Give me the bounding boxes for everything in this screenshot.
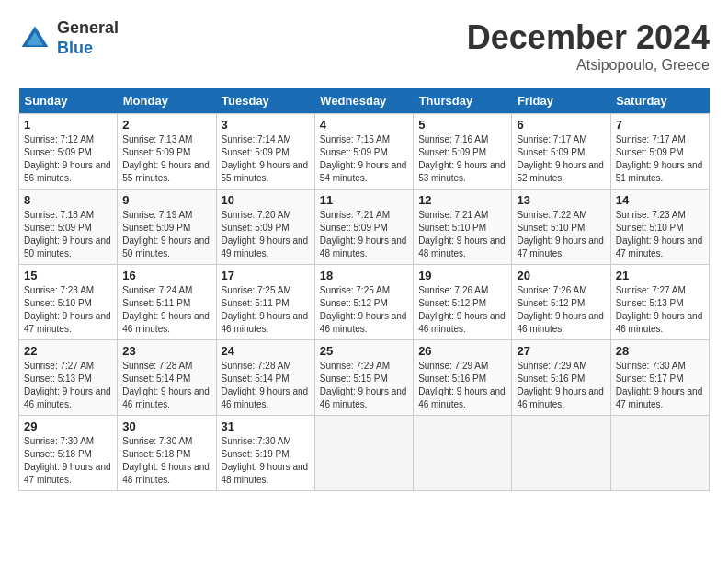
week-row-1: 1Sunrise: 7:12 AMSunset: 5:09 PMDaylight… bbox=[19, 114, 710, 190]
day-number: 17 bbox=[222, 269, 310, 282]
title-block: December 2024 Atsipopoulo, Greece bbox=[467, 18, 710, 74]
day-number: 14 bbox=[616, 193, 704, 207]
location: Atsipopoulo, Greece bbox=[467, 57, 710, 74]
day-number: 30 bbox=[122, 419, 210, 433]
calendar-cell: 20Sunrise: 7:26 AMSunset: 5:12 PMDayligh… bbox=[512, 265, 610, 340]
day-info: Sunrise: 7:25 AMSunset: 5:11 PMDaylight:… bbox=[222, 284, 310, 336]
day-number: 4 bbox=[320, 118, 408, 132]
calendar-cell bbox=[610, 416, 709, 491]
logo-icon bbox=[18, 22, 51, 55]
column-header-friday: Friday bbox=[512, 88, 610, 114]
day-info: Sunrise: 7:12 AMSunset: 5:09 PMDaylight:… bbox=[24, 133, 112, 185]
calendar-cell: 30Sunrise: 7:30 AMSunset: 5:18 PMDayligh… bbox=[118, 416, 216, 491]
calendar-cell: 14Sunrise: 7:23 AMSunset: 5:10 PMDayligh… bbox=[610, 190, 709, 265]
calendar-cell: 8Sunrise: 7:18 AMSunset: 5:09 PMDaylight… bbox=[19, 190, 118, 265]
calendar-cell: 19Sunrise: 7:26 AMSunset: 5:12 PMDayligh… bbox=[414, 265, 512, 340]
header-row: SundayMondayTuesdayWednesdayThursdayFrid… bbox=[19, 88, 710, 114]
day-info: Sunrise: 7:20 AMSunset: 5:09 PMDaylight:… bbox=[222, 209, 310, 260]
week-row-5: 29Sunrise: 7:30 AMSunset: 5:18 PMDayligh… bbox=[19, 416, 710, 491]
calendar-table: SundayMondayTuesdayWednesdayThursdayFrid… bbox=[18, 88, 710, 491]
day-number: 5 bbox=[418, 118, 506, 132]
day-number: 3 bbox=[222, 118, 310, 132]
day-number: 29 bbox=[24, 419, 112, 433]
day-info: Sunrise: 7:25 AMSunset: 5:12 PMDaylight:… bbox=[320, 284, 408, 336]
calendar-cell: 23Sunrise: 7:28 AMSunset: 5:14 PMDayligh… bbox=[118, 340, 216, 416]
day-number: 10 bbox=[222, 193, 310, 207]
calendar-cell bbox=[314, 416, 413, 491]
day-number: 11 bbox=[320, 193, 408, 207]
calendar-cell: 21Sunrise: 7:27 AMSunset: 5:13 PMDayligh… bbox=[610, 265, 709, 340]
day-number: 28 bbox=[616, 344, 704, 358]
day-number: 7 bbox=[616, 118, 704, 132]
day-info: Sunrise: 7:29 AMSunset: 5:15 PMDaylight:… bbox=[320, 360, 408, 411]
day-number: 15 bbox=[24, 269, 112, 282]
calendar-cell: 11Sunrise: 7:21 AMSunset: 5:09 PMDayligh… bbox=[314, 190, 413, 265]
calendar-cell: 26Sunrise: 7:29 AMSunset: 5:16 PMDayligh… bbox=[414, 340, 512, 416]
day-info: Sunrise: 7:28 AMSunset: 5:14 PMDaylight:… bbox=[122, 360, 210, 411]
column-header-saturday: Saturday bbox=[610, 88, 709, 114]
calendar-cell: 6Sunrise: 7:17 AMSunset: 5:09 PMDaylight… bbox=[512, 114, 610, 190]
day-info: Sunrise: 7:28 AMSunset: 5:14 PMDaylight:… bbox=[222, 360, 310, 411]
day-number: 26 bbox=[418, 344, 506, 358]
day-info: Sunrise: 7:21 AMSunset: 5:09 PMDaylight:… bbox=[320, 209, 408, 260]
day-number: 21 bbox=[616, 269, 704, 282]
day-info: Sunrise: 7:15 AMSunset: 5:09 PMDaylight:… bbox=[320, 133, 408, 185]
calendar-cell: 18Sunrise: 7:25 AMSunset: 5:12 PMDayligh… bbox=[314, 265, 413, 340]
calendar-cell: 22Sunrise: 7:27 AMSunset: 5:13 PMDayligh… bbox=[19, 340, 118, 416]
calendar-cell: 29Sunrise: 7:30 AMSunset: 5:18 PMDayligh… bbox=[19, 416, 118, 491]
calendar-cell: 5Sunrise: 7:16 AMSunset: 5:09 PMDaylight… bbox=[414, 114, 512, 190]
day-number: 18 bbox=[320, 269, 408, 282]
calendar-cell: 7Sunrise: 7:17 AMSunset: 5:09 PMDaylight… bbox=[610, 114, 709, 190]
day-number: 6 bbox=[517, 118, 605, 132]
calendar-cell: 16Sunrise: 7:24 AMSunset: 5:11 PMDayligh… bbox=[118, 265, 216, 340]
column-header-wednesday: Wednesday bbox=[314, 88, 413, 114]
day-info: Sunrise: 7:29 AMSunset: 5:16 PMDaylight:… bbox=[517, 360, 605, 411]
day-info: Sunrise: 7:13 AMSunset: 5:09 PMDaylight:… bbox=[122, 133, 210, 185]
column-header-sunday: Sunday bbox=[19, 88, 118, 114]
calendar-cell: 10Sunrise: 7:20 AMSunset: 5:09 PMDayligh… bbox=[216, 190, 314, 265]
column-header-tuesday: Tuesday bbox=[216, 88, 314, 114]
day-info: Sunrise: 7:23 AMSunset: 5:10 PMDaylight:… bbox=[24, 284, 112, 336]
calendar-cell bbox=[512, 416, 610, 491]
day-info: Sunrise: 7:27 AMSunset: 5:13 PMDaylight:… bbox=[24, 360, 112, 411]
calendar-cell: 4Sunrise: 7:15 AMSunset: 5:09 PMDaylight… bbox=[314, 114, 413, 190]
day-number: 16 bbox=[122, 269, 210, 282]
calendar-cell: 3Sunrise: 7:14 AMSunset: 5:09 PMDaylight… bbox=[216, 114, 314, 190]
day-number: 19 bbox=[418, 269, 506, 282]
day-number: 24 bbox=[222, 344, 310, 358]
calendar-cell: 25Sunrise: 7:29 AMSunset: 5:15 PMDayligh… bbox=[314, 340, 413, 416]
calendar-cell: 1Sunrise: 7:12 AMSunset: 5:09 PMDaylight… bbox=[19, 114, 118, 190]
calendar-cell: 17Sunrise: 7:25 AMSunset: 5:11 PMDayligh… bbox=[216, 265, 314, 340]
month-title: December 2024 bbox=[467, 18, 710, 57]
calendar-cell: 12Sunrise: 7:21 AMSunset: 5:10 PMDayligh… bbox=[414, 190, 512, 265]
day-info: Sunrise: 7:26 AMSunset: 5:12 PMDaylight:… bbox=[517, 284, 605, 336]
day-number: 9 bbox=[122, 193, 210, 207]
calendar-cell: 28Sunrise: 7:30 AMSunset: 5:17 PMDayligh… bbox=[610, 340, 709, 416]
day-info: Sunrise: 7:26 AMSunset: 5:12 PMDaylight:… bbox=[418, 284, 506, 336]
calendar-cell: 2Sunrise: 7:13 AMSunset: 5:09 PMDaylight… bbox=[118, 114, 216, 190]
day-number: 31 bbox=[222, 419, 310, 433]
day-info: Sunrise: 7:18 AMSunset: 5:09 PMDaylight:… bbox=[24, 209, 112, 260]
day-number: 23 bbox=[122, 344, 210, 358]
day-info: Sunrise: 7:30 AMSunset: 5:18 PMDaylight:… bbox=[122, 435, 210, 487]
column-header-thursday: Thursday bbox=[414, 88, 512, 114]
day-info: Sunrise: 7:29 AMSunset: 5:16 PMDaylight:… bbox=[418, 360, 506, 411]
calendar-cell bbox=[414, 416, 512, 491]
logo: General Blue bbox=[18, 18, 119, 58]
day-info: Sunrise: 7:27 AMSunset: 5:13 PMDaylight:… bbox=[616, 284, 704, 336]
day-number: 13 bbox=[517, 193, 605, 207]
day-info: Sunrise: 7:17 AMSunset: 5:09 PMDaylight:… bbox=[517, 133, 605, 185]
day-info: Sunrise: 7:19 AMSunset: 5:09 PMDaylight:… bbox=[122, 209, 210, 260]
day-number: 12 bbox=[418, 193, 506, 207]
day-info: Sunrise: 7:14 AMSunset: 5:09 PMDaylight:… bbox=[222, 133, 310, 185]
day-number: 27 bbox=[517, 344, 605, 358]
day-number: 20 bbox=[517, 269, 605, 282]
day-number: 25 bbox=[320, 344, 408, 358]
day-info: Sunrise: 7:30 AMSunset: 5:18 PMDaylight:… bbox=[24, 435, 112, 487]
day-number: 1 bbox=[24, 118, 112, 132]
calendar-cell: 27Sunrise: 7:29 AMSunset: 5:16 PMDayligh… bbox=[512, 340, 610, 416]
day-number: 2 bbox=[122, 118, 210, 132]
week-row-2: 8Sunrise: 7:18 AMSunset: 5:09 PMDaylight… bbox=[19, 190, 710, 265]
day-info: Sunrise: 7:30 AMSunset: 5:19 PMDaylight:… bbox=[222, 435, 310, 487]
day-number: 8 bbox=[24, 193, 112, 207]
